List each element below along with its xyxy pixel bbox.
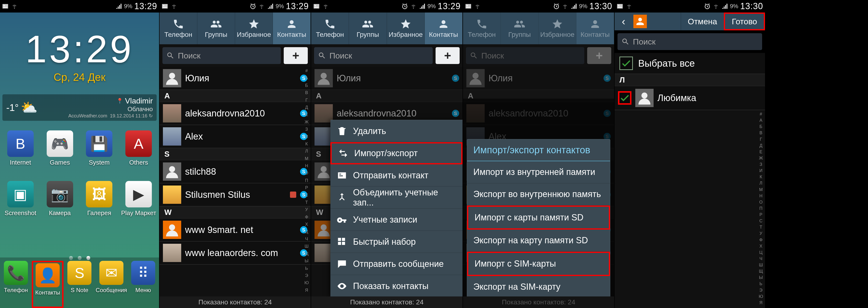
tab-phone[interactable]: Телефон: [159, 12, 197, 44]
skype-icon: S: [603, 74, 611, 82]
search-input[interactable]: Поиск: [618, 33, 762, 50]
wifi-status-icon: [322, 3, 329, 10]
screenshot-icon: [465, 3, 472, 10]
app-камера[interactable]: 📷Камера: [41, 181, 79, 229]
contact-row[interactable]: Юлия S: [311, 67, 463, 90]
app-screenshot[interactable]: ▣Screenshot: [2, 181, 39, 229]
contact-name: www 9smart. net: [185, 225, 296, 235]
contact-name: Юлия: [337, 73, 448, 84]
hotseat-контакты[interactable]: 👤Контакты: [32, 261, 64, 308]
menu-send-message[interactable]: Отправить сообщение: [331, 253, 463, 275]
app-games[interactable]: 🎮Games: [41, 130, 79, 179]
menu-accounts[interactable]: Учетные записи: [331, 209, 463, 231]
avatar: [163, 221, 181, 239]
screen-contacts-list: 9% 13:29 Телефон Группы Избранное Контак…: [159, 0, 311, 308]
gplus-icon: [290, 191, 296, 198]
search-placeholder: Поиск: [178, 51, 200, 60]
dialog-export-internal[interactable]: Экспорт во внутреннюю память: [467, 183, 610, 206]
contact-name: www leanaorders. com: [185, 248, 296, 258]
avatar: [163, 244, 181, 262]
contact-row[interactable]: Любимка: [615, 86, 765, 110]
alpha-index[interactable]: #АБВГДЕЖЗИКЛМНОПРСТУФХЦЧШЩЫЬЭЮЯ: [303, 67, 311, 297]
alpha-index[interactable]: #АБВГДЕЖЗИКЛМНОПРСТУФХЦЧШЩЫЬЭЮЯ: [757, 110, 765, 308]
menu-send-contact[interactable]: Отправить контакт: [331, 164, 463, 186]
battery-label: 9%: [124, 3, 132, 10]
tab-groups[interactable]: Группы: [349, 12, 387, 44]
tab-favorites[interactable]: Избранное: [235, 12, 273, 44]
clock-time: 13:29: [25, 27, 133, 71]
clock-widget[interactable]: 13:29 Ср, 24 Дек: [25, 27, 133, 83]
contacts-tabs: Телефон Группы Избранное Контакты: [159, 12, 311, 44]
screenshot-icon: [2, 3, 9, 10]
contact-row[interactable]: stilch88 S: [159, 160, 311, 183]
hotseat: 📞Телефон👤КонтактыSS Note✉Сообщения⠿Меню: [0, 257, 159, 308]
contact-row[interactable]: Stilusmen Stilus S: [159, 183, 311, 207]
dialog-import-sim[interactable]: Импорт с SIM-карты: [467, 252, 610, 276]
select-all-checkbox[interactable]: [619, 57, 633, 70]
contact-name: Stilusmen Stilus: [185, 190, 286, 200]
dialog-import-internal[interactable]: Импорт из внутренней памяти: [467, 161, 610, 183]
contact-checkbox[interactable]: [618, 91, 631, 105]
avatar: [314, 221, 333, 239]
add-contact-button[interactable]: +: [436, 47, 460, 64]
tab-favorites[interactable]: Избранное: [387, 12, 425, 44]
avatar: [163, 69, 181, 87]
menu-show-contacts[interactable]: Показать контакты: [331, 275, 463, 297]
app-others[interactable]: AOthers: [120, 130, 157, 179]
weather-widget[interactable]: -1° ⛅ 📍 Vladimir Облачно AccuWeather.com…: [2, 94, 157, 121]
contact-row[interactable]: www leanaorders. com S: [159, 242, 311, 265]
screenshot-icon: [161, 3, 168, 10]
hotseat-меню[interactable]: ⠿Меню: [127, 261, 159, 308]
wifi-status-icon: [11, 3, 18, 10]
alarm-icon: [553, 3, 560, 10]
wifi-icon: [410, 3, 417, 10]
contact-row[interactable]: Юлия S: [159, 67, 311, 90]
tab-contacts[interactable]: Контакты: [425, 12, 463, 44]
tab-contacts: Контакты: [576, 12, 614, 44]
menu-delete[interactable]: Удалить: [331, 120, 463, 142]
app-internet[interactable]: BInternet: [2, 130, 39, 179]
avatar: [314, 127, 333, 146]
screen-select-contacts: 9% 13:30 ‹ Отмена Готово Поиск Выбрать в…: [615, 0, 766, 308]
cancel-button[interactable]: Отмена: [681, 12, 724, 30]
signal-icon: [721, 3, 728, 10]
menu-merge-accounts[interactable]: Объединить учетные зап...: [331, 186, 463, 209]
select-all-row[interactable]: Выбрать все: [615, 53, 765, 74]
contact-avatar: [635, 89, 654, 107]
app-system[interactable]: 💾System: [81, 130, 118, 179]
contact-row[interactable]: Alex S: [159, 125, 311, 148]
dialog-import-sd[interactable]: Импорт с карты памяти SD: [467, 206, 610, 230]
add-contact-button[interactable]: +: [284, 47, 308, 64]
tab-phone[interactable]: Телефон: [311, 12, 349, 44]
contacts-list[interactable]: Юлия SA aleksandrovna2010 S Alex S S sti…: [159, 67, 311, 297]
app-галерея[interactable]: 🖼Галерея: [81, 181, 118, 229]
dialog-export-sd[interactable]: Экспорт на карту памяти SD: [467, 229, 610, 252]
contact-name: stilch88: [185, 166, 296, 177]
avatar: [163, 127, 181, 146]
search-input[interactable]: Поиск: [162, 47, 281, 64]
wifi-icon: [258, 3, 265, 10]
contact-row[interactable]: Юлия S: [463, 67, 614, 90]
contact-row[interactable]: aleksandrovna2010 S: [159, 102, 311, 125]
tab-contacts[interactable]: Контакты: [273, 12, 311, 44]
avatar: [163, 162, 181, 181]
back-button[interactable]: ‹: [615, 12, 632, 30]
wifi-icon: [562, 3, 568, 10]
hotseat-s note[interactable]: SS Note: [64, 261, 95, 308]
contact-row[interactable]: www 9smart. net S: [159, 218, 311, 242]
alarm-icon: [250, 3, 256, 10]
app-play маркет[interactable]: ▶Play Маркет: [120, 181, 157, 229]
selection-header: ‹ Отмена Готово: [615, 12, 765, 30]
search-input[interactable]: Поиск: [314, 47, 433, 64]
tab-favorites: Избранное: [538, 12, 576, 44]
menu-speed-dial[interactable]: Быстрый набор: [331, 231, 463, 253]
hotseat-телефон[interactable]: 📞Телефон: [0, 261, 32, 308]
screenshot-icon: [313, 3, 320, 10]
avatar: [466, 69, 485, 87]
dialog-export-sim[interactable]: Экспорт на SIM-карту: [467, 276, 610, 297]
done-button[interactable]: Готово: [724, 12, 765, 30]
menu-import-export[interactable]: Импорт/экспорт: [331, 142, 463, 164]
tab-groups[interactable]: Группы: [197, 12, 235, 44]
hotseat-сообщения[interactable]: ✉Сообщения: [96, 261, 127, 308]
signal-icon: [115, 3, 122, 10]
